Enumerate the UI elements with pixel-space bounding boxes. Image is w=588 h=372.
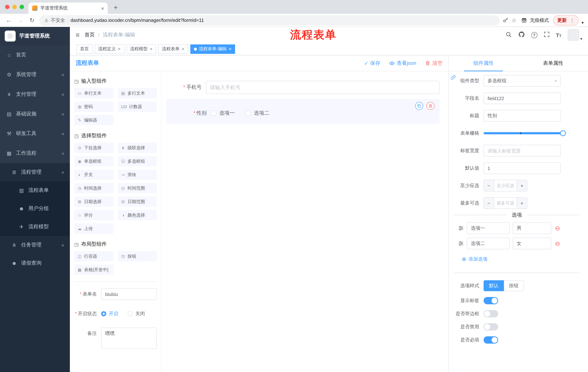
radio-closed[interactable]: 关闭	[128, 310, 145, 317]
add-option-button[interactable]: ⊕ 添加选项	[452, 256, 582, 262]
option-label-input[interactable]	[467, 223, 510, 234]
sidebar-item-process-management[interactable]: ≣ 流程管理 ∧	[0, 163, 70, 181]
fullscreen-window-button[interactable]	[20, 5, 24, 9]
grid-slider[interactable]	[483, 128, 563, 139]
sidebar-item-devtools[interactable]: ⚒ 研发工具 ∨	[0, 124, 70, 143]
option-value-input[interactable]	[513, 223, 551, 234]
avatar[interactable]	[568, 29, 579, 41]
save-button[interactable]: ✓ 保存	[364, 60, 380, 66]
sidebar-item-leave-query[interactable]: ☻ 请假查询	[0, 254, 70, 272]
min-input[interactable]	[494, 180, 517, 191]
sidebar-item-process-model[interactable]: ✈ 流程模型	[0, 218, 70, 236]
password-key-icon[interactable]	[503, 17, 509, 23]
sidebar-item-task-management[interactable]: ⋔ 任务管理 ∨	[0, 236, 70, 254]
link-icon[interactable]	[451, 74, 456, 80]
forward-button[interactable]: →	[16, 17, 25, 23]
drag-handle-icon[interactable]	[458, 241, 464, 246]
palette-item-editor[interactable]: ✎编辑器	[74, 115, 113, 125]
close-icon[interactable]: ×	[118, 47, 121, 51]
close-icon[interactable]: ×	[182, 47, 184, 51]
component-type-select[interactable]: 多选框组 ▾	[483, 75, 561, 87]
remove-option-icon[interactable]: ⊖	[555, 225, 560, 231]
max-input[interactable]	[494, 198, 517, 209]
toolbar-caret-icon[interactable]: ▾	[582, 20, 584, 25]
fullscreen-icon[interactable]	[543, 31, 550, 39]
tab-component-properties[interactable]: 组件属性	[449, 55, 518, 71]
checkbox-icon[interactable]	[246, 111, 251, 116]
form-canvas[interactable]: *手机号 *性别	[162, 71, 448, 372]
url-text[interactable]: dashboard.yudao.iocoder.cn/bpm/manager/f…	[71, 18, 204, 23]
sidebar-item-infrastructure[interactable]: ▤ 基础设施 ∨	[0, 104, 70, 124]
sidebar-item-payment[interactable]: ¥ 支付管理 ∨	[0, 85, 70, 104]
copy-field-button[interactable]	[415, 102, 423, 110]
palette-item-radio-group[interactable]: ◉单选框组	[74, 156, 113, 166]
style-default-button[interactable]: 默认	[483, 280, 504, 291]
sidebar-item-process-form[interactable]: ▥ 流程表单	[0, 181, 70, 200]
palette-item-color-picker[interactable]: ◑颜色选择	[118, 210, 157, 220]
close-icon[interactable]: ×	[229, 47, 231, 51]
option-label-input[interactable]	[467, 238, 510, 249]
font-size-icon[interactable]: TT	[556, 32, 561, 38]
radio-open[interactable]: 开启	[101, 310, 118, 317]
slider-track[interactable]	[483, 132, 563, 134]
palette-item-rate[interactable]: ☆评分	[74, 210, 113, 220]
search-icon[interactable]	[505, 31, 512, 39]
tab-close-icon[interactable]: ×	[101, 6, 104, 11]
close-icon[interactable]: ×	[150, 47, 152, 51]
palette-item-select[interactable]: ⊙下拉选择	[74, 143, 113, 153]
tag-home[interactable]: 首页	[76, 44, 92, 54]
back-button[interactable]: ←	[4, 17, 13, 23]
form-remark-input[interactable]: 嘿嘿	[101, 328, 157, 349]
border-switch[interactable]	[483, 310, 498, 317]
reload-button[interactable]: ↻	[28, 17, 36, 24]
help-icon[interactable]: ?	[531, 32, 537, 38]
sidebar-item-system[interactable]: ⚙ 系统管理 ∨	[0, 65, 70, 85]
palette-item-button[interactable]: ⊡按钮	[118, 251, 157, 261]
sidebar-item-workflow[interactable]: ▦ 工作流程 ∧	[0, 143, 70, 163]
tag-process-form-edit[interactable]: 流程表单-编辑 ×	[190, 44, 235, 54]
browser-tab[interactable]: 芋道管理系统 ×	[28, 2, 108, 14]
form-name-input[interactable]	[101, 288, 157, 300]
label-width-input[interactable]	[483, 145, 561, 157]
palette-item-switch[interactable]: ◐开关	[74, 170, 113, 180]
address-bar[interactable]: ⚠ 不安全 dashboard.yudao.iocoder.cn/bpm/man…	[39, 15, 500, 25]
palette-item-time-picker[interactable]: ◷时间选择	[74, 183, 113, 193]
tag-process-model[interactable]: 流程模型 ×	[126, 44, 156, 54]
palette-item-table[interactable]: ▦表格[开发中]	[74, 265, 113, 275]
tag-process-form[interactable]: 流程表单 ×	[158, 44, 188, 54]
palette-item-row-container[interactable]: ◫行容器	[74, 251, 113, 261]
sidebar-item-home[interactable]: ⌂ 首页	[0, 45, 70, 65]
disabled-switch[interactable]	[483, 323, 498, 330]
palette-item-time-range[interactable]: ◴时间范围	[118, 183, 157, 193]
title-input[interactable]	[483, 110, 561, 122]
palette-item-textarea[interactable]: ▤多行文本	[118, 88, 157, 98]
update-button[interactable]: 更新 ⋮	[553, 15, 579, 25]
canvas-field-gender-selected[interactable]: *性别 选项一 选项二	[166, 99, 440, 124]
palette-item-single-text[interactable]: ▭单行文本	[74, 88, 113, 98]
palette-item-date-range[interactable]: ⊟日期范围	[118, 197, 157, 207]
required-switch[interactable]	[483, 336, 498, 344]
user-menu[interactable]: ▾	[568, 29, 582, 41]
sidebar-item-user-group[interactable]: ☻ 用户分组	[0, 200, 70, 218]
view-json-button[interactable]: 查看json	[389, 60, 416, 66]
minimize-window-button[interactable]	[12, 5, 17, 9]
increase-button[interactable]: +	[517, 180, 527, 191]
clear-button[interactable]: 清空	[425, 60, 442, 66]
tag-process-definition[interactable]: 流程定义 ×	[94, 44, 124, 54]
option-value-input[interactable]	[513, 238, 551, 249]
delete-field-button[interactable]	[426, 102, 434, 110]
sidebar-toggle-icon[interactable]: ≡	[76, 31, 80, 39]
new-tab-button[interactable]: +	[111, 2, 121, 13]
style-button-button[interactable]: 按钮	[504, 280, 524, 291]
palette-item-cascader[interactable]: ⋔级联选择	[118, 143, 157, 153]
palette-item-password[interactable]: ◍密码	[74, 102, 113, 112]
app-logo[interactable]: 芋道管理系统	[0, 27, 70, 45]
bookmark-star-icon[interactable]: ☆	[512, 17, 516, 23]
palette-item-checkbox-group[interactable]: ☑多选框组	[118, 156, 157, 166]
canvas-field-phone[interactable]: *手机号	[166, 81, 440, 94]
checkbox-option-1[interactable]: 选项一	[211, 110, 235, 117]
decrease-button[interactable]: −	[484, 198, 494, 209]
increase-button[interactable]: +	[517, 198, 527, 209]
palette-item-date-picker[interactable]: ⊞日期选择	[74, 197, 113, 207]
tab-form-properties[interactable]: 表单属性	[518, 55, 588, 71]
